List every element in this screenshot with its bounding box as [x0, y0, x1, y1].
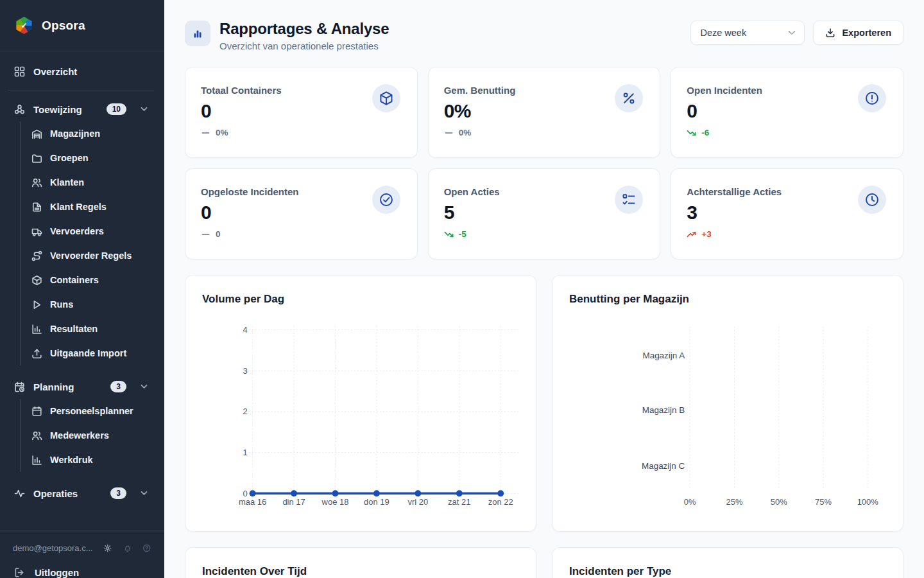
- sidebar-item-resultaten[interactable]: Resultaten: [21, 317, 155, 341]
- kpi-trend-text: 0%: [216, 128, 228, 137]
- kpi-card-gem-benutting: Gem. Benutting 0% 0%: [428, 67, 661, 158]
- sidebar-group-operaties: Operaties 3: [6, 481, 155, 505]
- count-badge: 3: [110, 487, 126, 499]
- kpi-value: 0: [201, 202, 402, 223]
- kpi-trend-text: +3: [701, 229, 711, 239]
- kpi-card-totaal-containers: Totaal Containers 0 0%: [185, 67, 418, 158]
- sidebar-item-magazijnen[interactable]: Magazijnen: [21, 121, 155, 146]
- kpi-card-achterstallige-acties: Achterstallige Acties 3 +3: [671, 168, 903, 259]
- alert-circle-icon: [864, 91, 880, 106]
- chart-title: Incidenten Over Tijd: [202, 565, 307, 578]
- incidenten-over-tijd-card: Incidenten Over Tijd: [185, 547, 536, 578]
- bar-chart-icon: [31, 324, 42, 335]
- folder-icon: [31, 153, 42, 164]
- x-tick-label: zat 21: [448, 498, 470, 507]
- export-button[interactable]: Exporteren: [813, 21, 903, 45]
- sidebar-item-klanten[interactable]: Klanten: [21, 170, 155, 195]
- kpi-title: Open Incidenten: [687, 85, 887, 96]
- sidebar-item-label: Personeelsplanner: [50, 406, 133, 416]
- clock-icon: [864, 192, 880, 207]
- sidebar-divider: [8, 90, 154, 91]
- sidebar-item-werkdruk[interactable]: Werkdruk: [21, 448, 155, 472]
- bar-chart-icon: [31, 455, 42, 466]
- category-label: Magazijn C: [642, 461, 685, 471]
- calendar-icon: [31, 406, 42, 417]
- kpi-value: 0: [687, 100, 887, 122]
- kpi-trend: 0: [201, 229, 402, 239]
- kpi-icon-circle: [372, 186, 400, 214]
- x-tick-label: woe 18: [321, 498, 349, 507]
- sidebar-item-operaties[interactable]: Operaties 3: [6, 481, 155, 505]
- check-circle-icon: [379, 192, 394, 207]
- x-tick-label: zon 22: [488, 498, 513, 507]
- kpi-value: 0%: [444, 100, 645, 122]
- sidebar-item-groepen[interactable]: Groepen: [21, 146, 155, 170]
- x-tick-label: maa 16: [239, 498, 266, 507]
- sidebar-item-label: Klanten: [50, 177, 84, 188]
- header-controls: Deze week Exporteren: [690, 21, 903, 45]
- volume-line-chart: 01234maa 16din 17woe 18don 19vri 20zat 2…: [185, 276, 536, 531]
- data-point: [291, 491, 297, 497]
- app-root: Opsora Overzicht Toewijzing 10 Magazi: [0, 0, 924, 578]
- sidebar-group-planning: Planning 3 Personeelsplanner Medewerkers: [6, 374, 155, 472]
- sidebar-item-containers[interactable]: Containers: [21, 268, 155, 292]
- dashboard-grid-icon: [14, 66, 25, 77]
- sidebar-item-label: Resultaten: [50, 324, 98, 334]
- sidebar-item-label: Groepen: [50, 153, 89, 163]
- warehouse-icon: [31, 128, 42, 139]
- chevron-down-icon: [141, 107, 148, 112]
- x-tick-label: din 17: [282, 498, 305, 507]
- chevron-down-icon: [141, 384, 148, 389]
- logo-row: Opsora: [0, 0, 164, 51]
- page-icon-tile: [185, 21, 210, 46]
- kpi-title: Opgeloste Incidenten: [201, 186, 402, 197]
- kpi-trend: 0%: [201, 128, 402, 137]
- page-title: Rapportages & Analyse: [219, 21, 389, 37]
- export-button-label: Exporteren: [842, 28, 891, 38]
- logout-button[interactable]: Uitloggen: [13, 567, 151, 578]
- x-tick-label: 25%: [726, 498, 742, 507]
- kpi-title: Gem. Benutting: [444, 85, 645, 96]
- kpi-trend: -5: [444, 229, 645, 239]
- users-icon: [31, 430, 42, 441]
- sidebar-item-label: Overzicht: [33, 66, 77, 77]
- trending-down-icon: [687, 129, 696, 137]
- bell-icon[interactable]: [123, 543, 132, 554]
- kpi-title: Open Acties: [444, 186, 645, 197]
- sidebar-item-label: Vervoerder Regels: [50, 250, 132, 261]
- kpi-value: 5: [444, 202, 645, 223]
- data-point: [497, 491, 504, 497]
- bottom-cards-row: Incidenten Over Tijd Incidenten per Type: [185, 547, 903, 578]
- sidebar-item-overzicht[interactable]: Overzicht: [6, 59, 155, 83]
- header-left: Rapportages & Analyse Overzicht van oper…: [185, 21, 389, 51]
- sidebar-item-uitgaande-import[interactable]: Uitgaande Import: [21, 341, 155, 365]
- sidebar-item-label: Containers: [50, 275, 99, 285]
- gear-icon[interactable]: [103, 543, 112, 554]
- kpi-icon-circle: [372, 84, 400, 112]
- help-circle-icon[interactable]: [142, 543, 151, 554]
- sidebar-item-runs[interactable]: Runs: [21, 292, 155, 317]
- kpi-trend-text: -5: [459, 229, 466, 239]
- users-icon: [31, 177, 42, 188]
- trending-down-icon: [444, 231, 454, 238]
- y-tick-label: 4: [243, 325, 247, 335]
- sidebar-item-vervoerder-regels[interactable]: Vervoerder Regels: [21, 243, 155, 268]
- upload-icon: [31, 348, 42, 359]
- sidebar-item-planning[interactable]: Planning 3: [6, 374, 155, 399]
- sidebar-item-vervoerders[interactable]: Vervoerders: [21, 219, 155, 243]
- sidebar-item-medewerkers[interactable]: Medewerkers: [21, 423, 155, 448]
- truck-icon: [31, 226, 42, 237]
- logout-icon: [14, 567, 25, 578]
- sidebar-item-toewijzing[interactable]: Toewijzing 10: [6, 97, 155, 121]
- kpi-trend: 0%: [444, 128, 645, 137]
- chevron-down-icon: [141, 491, 148, 496]
- kpi-title: Achterstallige Acties: [687, 186, 887, 197]
- flat-trend-icon: [201, 231, 210, 238]
- package-icon: [379, 91, 394, 106]
- sidebar-item-klant-regels[interactable]: Klant Regels: [21, 195, 155, 219]
- benutting-bar-chart: 0%25%50%75%100%Magazijn AMagazijn BMagaz…: [552, 276, 903, 531]
- sidebar-item-personeelsplanner[interactable]: Personeelsplanner: [21, 399, 155, 423]
- period-select[interactable]: Deze week: [690, 21, 805, 45]
- data-point: [373, 491, 380, 497]
- sidebar-item-label: Vervoerders: [50, 226, 104, 236]
